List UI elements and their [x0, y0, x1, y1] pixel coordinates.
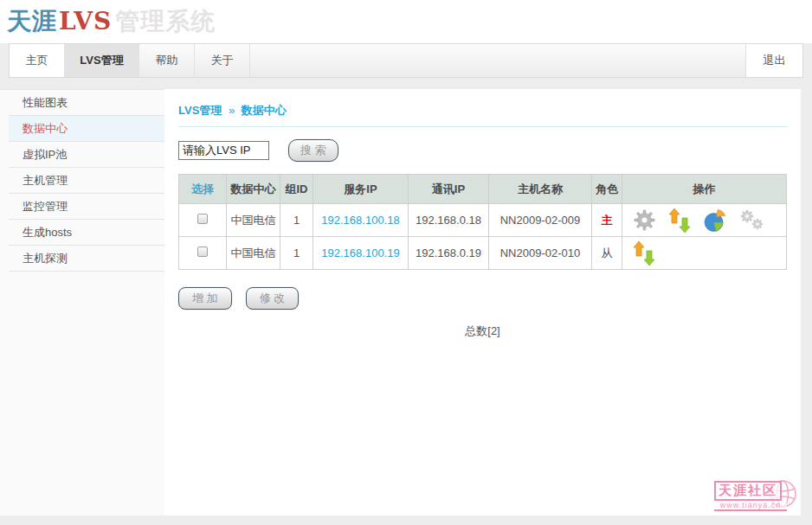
sidebar-item-host-manage[interactable]: 主机管理: [9, 168, 164, 194]
action-buttons: 增 加 修 改: [178, 287, 787, 310]
service-ip-link[interactable]: 192.168.100.19: [321, 246, 399, 259]
main-panel: LVS管理 » 数据中心 搜 索 选择 数据中心 组ID 服务IP 通讯IP: [164, 89, 801, 515]
tab-help[interactable]: 帮助: [139, 44, 195, 77]
pie-chart-icon[interactable]: [703, 208, 727, 233]
updown-arrows-icon[interactable]: [668, 208, 691, 234]
sidebar-item-generate-hosts[interactable]: 生成hosts: [9, 220, 164, 246]
updown-arrows-icon[interactable]: [633, 240, 655, 266]
tianya-community-logo[interactable]: 天涯社区 www.tianya.cn: [714, 479, 794, 514]
logo-part-system: 管理系统: [115, 7, 216, 35]
cell-datacenter: 中国电信: [227, 237, 280, 270]
col-header-role: 角色: [592, 175, 622, 204]
search-row: 搜 索: [178, 139, 787, 162]
tianya-logo-text: 天涯社区: [714, 481, 782, 501]
logout-button[interactable]: 退出: [745, 44, 802, 77]
lvs-ip-search-input[interactable]: [178, 141, 269, 160]
datacenter-table: 选择 数据中心 组ID 服务IP 通讯IP 主机名称 角色 操作 中国电信 1 …: [178, 174, 787, 270]
breadcrumb-separator: »: [229, 104, 235, 117]
sidebar: 性能图表 数据中心 虚拟IP池 主机管理 监控管理 生成hosts 主机探测: [0, 89, 164, 515]
col-header-operations: 操作: [622, 175, 787, 204]
table-row: 中国电信 1 192.168.100.18 192.168.0.18 NN200…: [179, 204, 787, 237]
table-header-row: 选择 数据中心 组ID 服务IP 通讯IP 主机名称 角色 操作: [179, 175, 787, 204]
sidebar-item-virtual-ip-pool[interactable]: 虚拟IP池: [9, 142, 164, 168]
tab-home[interactable]: 主页: [10, 44, 65, 77]
sidebar-item-data-center[interactable]: 数据中心: [9, 116, 164, 142]
cell-group-id: 1: [280, 237, 313, 270]
nav-tabbar: 主页 LVS管理 帮助 关于 退出: [9, 43, 803, 78]
cell-role: 从: [592, 237, 622, 270]
operations-cell: [622, 240, 786, 266]
cell-comm-ip: 192.168.0.18: [409, 204, 489, 237]
search-button[interactable]: 搜 索: [288, 139, 338, 162]
gears-icon[interactable]: [739, 208, 765, 233]
table-row: 中国电信 1 192.168.100.19 192.168.0.19 NN200…: [179, 237, 787, 270]
row-checkbox[interactable]: [197, 246, 208, 257]
cell-hostname: NN2009-02-010: [489, 237, 592, 270]
tab-about[interactable]: 关于: [195, 44, 250, 77]
cell-datacenter: 中国电信: [227, 204, 280, 237]
gear-icon[interactable]: [633, 208, 656, 232]
cell-hostname: NN2009-02-009: [489, 204, 592, 237]
breadcrumb-current[interactable]: 数据中心: [242, 104, 287, 117]
col-header-datacenter: 数据中心: [227, 175, 280, 204]
col-header-comm-ip: 通讯IP: [409, 175, 489, 204]
breadcrumb-parent[interactable]: LVS管理: [178, 104, 222, 117]
modify-button[interactable]: 修 改: [246, 287, 300, 310]
total-count: 总数[2]: [178, 323, 787, 339]
col-header-hostname: 主机名称: [489, 175, 592, 204]
sidebar-item-monitor-manage[interactable]: 监控管理: [9, 194, 164, 220]
app-header: 天涯LVS管理系统: [0, 0, 812, 43]
row-checkbox[interactable]: [197, 214, 208, 224]
cell-role: 主: [592, 204, 622, 237]
col-header-service-ip: 服务IP: [313, 175, 409, 204]
service-ip-link[interactable]: 192.168.100.18: [321, 214, 399, 227]
tab-lvs-manage[interactable]: LVS管理: [65, 44, 139, 77]
sidebar-item-performance-charts[interactable]: 性能图表: [9, 90, 164, 116]
cell-comm-ip: 192.168.0.19: [409, 237, 489, 270]
sidebar-item-host-probe[interactable]: 主机探测: [9, 246, 164, 272]
logo-part-lvs: LVS: [59, 7, 112, 35]
app-logo: 天涯LVS管理系统: [7, 7, 216, 35]
add-button[interactable]: 增 加: [178, 287, 232, 310]
logo-part-tianya: 天涯: [7, 7, 57, 35]
tianya-logo-url: www.tianya.cn: [714, 501, 787, 511]
content-area: 性能图表 数据中心 虚拟IP池 主机管理 监控管理 生成hosts 主机探测 L…: [0, 89, 812, 515]
operations-cell: [622, 208, 786, 234]
tabbar-spacer: [250, 44, 745, 77]
breadcrumb: LVS管理 » 数据中心: [178, 99, 787, 127]
cell-group-id: 1: [280, 204, 313, 237]
col-header-select: 选择: [179, 175, 227, 204]
col-header-group-id: 组ID: [280, 175, 313, 204]
